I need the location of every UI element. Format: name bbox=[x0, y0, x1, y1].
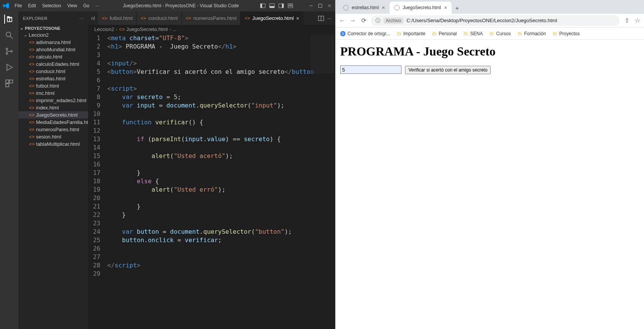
close-icon[interactable] bbox=[327, 3, 332, 8]
browser-tab[interactable]: estrellas.html× bbox=[339, 2, 390, 14]
file-row[interactable]: <>imc.html bbox=[18, 90, 88, 97]
file-name: sesion.html bbox=[36, 134, 61, 140]
editor-tab[interactable]: <>numerosPares.html bbox=[182, 11, 241, 25]
bookmark-item[interactable]: SCorrector de ortogr... bbox=[340, 31, 390, 36]
file-row[interactable]: <>calculo.html bbox=[18, 53, 88, 60]
folder-row[interactable]: ⌄ Leccion2 bbox=[18, 31, 88, 39]
editor-tab[interactable]: <>conducir.html bbox=[137, 11, 182, 25]
bookmark-item[interactable]: 🗀Cursos bbox=[490, 31, 511, 36]
browser-tab-label: estrellas.html bbox=[352, 5, 379, 10]
file-row[interactable]: <>index.html bbox=[18, 104, 88, 111]
extensions-icon[interactable] bbox=[5, 79, 14, 88]
file-row[interactable]: <>tablaMultiplicar.html bbox=[18, 140, 88, 148]
svg-rect-1 bbox=[261, 4, 262, 8]
project-header[interactable]: ⌄ PROYECTOSONE bbox=[18, 25, 88, 31]
browser-tab[interactable]: JuegoSecreto.html× bbox=[390, 2, 452, 14]
html-file-icon: <> bbox=[29, 40, 34, 45]
file-name: adivinanza.html bbox=[36, 39, 70, 45]
file-name: calculo.html bbox=[36, 54, 62, 60]
address-bar[interactable]: ⓘ Archivo C:/Users/Sena/Desktop/Proyecto… bbox=[371, 15, 619, 26]
close-icon[interactable]: × bbox=[382, 5, 385, 11]
file-row[interactable]: <>calculoEdades.html bbox=[18, 60, 88, 68]
file-name: tablaMultiplicar.html bbox=[36, 141, 80, 147]
file-name: JuegoSecreto.html bbox=[36, 112, 77, 118]
file-row[interactable]: <>sesion.html bbox=[18, 133, 88, 140]
svg-point-15 bbox=[6, 48, 8, 50]
editor-tab[interactable]: <>JuegoSecreto.html× bbox=[241, 11, 303, 25]
close-icon[interactable]: × bbox=[444, 5, 447, 11]
file-row[interactable]: <>MediaEdadesFamilia.html bbox=[18, 119, 88, 126]
bookmark-label: Proyectos bbox=[559, 31, 580, 36]
html-file-icon: <> bbox=[119, 26, 125, 32]
tab-fragment[interactable]: nl bbox=[88, 15, 98, 21]
star-icon[interactable]: ☆ bbox=[634, 17, 641, 24]
page-verify-button[interactable]: Verificar si acertó con el amigo secreto bbox=[405, 66, 491, 74]
html-file-icon: <> bbox=[29, 91, 34, 96]
url-scheme-label: Archivo bbox=[383, 18, 403, 24]
file-row[interactable]: <>estrellas.html bbox=[18, 75, 88, 82]
file-row[interactable]: <>JuegoSecreto.html bbox=[18, 111, 88, 119]
menu-item[interactable]: View bbox=[65, 2, 79, 10]
menu-item[interactable]: File bbox=[12, 2, 24, 10]
file-row[interactable]: <>numerosPares.html bbox=[18, 126, 88, 133]
site-icon: S bbox=[340, 31, 346, 36]
tab-label: numerosPares.html bbox=[193, 15, 237, 21]
bookmark-item[interactable]: 🗀Proyectos bbox=[553, 31, 580, 36]
activity-bar bbox=[0, 11, 18, 329]
run-debug-icon[interactable] bbox=[5, 63, 14, 72]
back-icon[interactable]: ← bbox=[339, 17, 346, 24]
html-file-icon: <> bbox=[29, 62, 34, 67]
menu-item[interactable]: Selection bbox=[40, 2, 63, 10]
bookmark-label: Cursos bbox=[496, 31, 511, 36]
panel-left-icon[interactable] bbox=[260, 3, 265, 8]
svg-rect-3 bbox=[270, 6, 274, 8]
html-file-icon: <> bbox=[29, 54, 34, 60]
menu-item[interactable]: Edit bbox=[26, 2, 38, 10]
menu-item[interactable]: Go bbox=[81, 2, 92, 10]
editor-tab[interactable]: <>futbol.html bbox=[98, 11, 137, 25]
code-editor[interactable]: 1234567891011121314151617181920212223242… bbox=[88, 33, 335, 329]
bookmark-item[interactable]: 🗀SENA bbox=[464, 31, 483, 36]
reload-icon[interactable]: ⟳ bbox=[360, 17, 367, 24]
file-row[interactable]: <>ahnoMundial.html bbox=[18, 46, 88, 53]
file-row[interactable]: <>imprimir_edades2.html bbox=[18, 97, 88, 104]
new-tab-button[interactable]: + bbox=[452, 3, 462, 14]
html-file-icon: <> bbox=[102, 16, 107, 21]
file-row[interactable]: <>futbol.html bbox=[18, 82, 88, 90]
explorer-icon[interactable] bbox=[4, 15, 13, 24]
more-icon[interactable]: ··· bbox=[79, 16, 84, 21]
minimize-icon[interactable] bbox=[308, 3, 314, 8]
svg-rect-5 bbox=[282, 4, 283, 8]
source-control-icon[interactable] bbox=[5, 47, 14, 56]
close-icon[interactable]: × bbox=[296, 15, 299, 21]
maximize-icon[interactable] bbox=[318, 3, 323, 8]
panel-right-icon[interactable] bbox=[279, 3, 284, 8]
folder-icon: 🗀 bbox=[518, 31, 522, 36]
breadcrumbs[interactable]: Leccion2 › <> JuegoSecreto.html › ... bbox=[88, 25, 335, 33]
bookmark-item[interactable]: 🗀Importante bbox=[397, 31, 425, 36]
search-icon[interactable] bbox=[5, 31, 14, 40]
bookmark-item[interactable]: 🗀Formación bbox=[518, 31, 546, 36]
forward-icon[interactable]: → bbox=[349, 17, 356, 24]
split-editor-icon[interactable] bbox=[318, 15, 324, 21]
html-file-icon: <> bbox=[244, 16, 250, 21]
more-icon[interactable]: ··· bbox=[327, 15, 331, 21]
editor-tabs: nl<>futbol.html<>conducir.html<>numerosP… bbox=[88, 11, 335, 25]
code-content[interactable]: <meta charset="UTF-8"><h1> PROGRAMA - Ju… bbox=[107, 33, 335, 329]
panel-bottom-icon[interactable] bbox=[269, 3, 275, 8]
menu-bar: FileEditSelectionViewGo··· bbox=[12, 2, 102, 10]
bookmark-item[interactable]: 🗀Personal bbox=[432, 31, 457, 36]
svg-rect-7 bbox=[291, 4, 293, 5]
svg-point-17 bbox=[11, 50, 12, 52]
menu-item[interactable]: ··· bbox=[93, 2, 102, 10]
share-icon[interactable]: ⇧ bbox=[623, 17, 630, 24]
file-name: conducir.html bbox=[36, 68, 66, 74]
file-row[interactable]: <>conducir.html bbox=[18, 68, 88, 75]
folder-icon: 🗀 bbox=[553, 31, 557, 36]
minimap[interactable] bbox=[311, 35, 334, 73]
layout-icon[interactable] bbox=[288, 3, 293, 8]
page-input[interactable] bbox=[340, 65, 401, 74]
svg-line-14 bbox=[10, 36, 13, 39]
html-file-icon: <> bbox=[29, 120, 34, 125]
file-row[interactable]: <>adivinanza.html bbox=[18, 39, 88, 46]
